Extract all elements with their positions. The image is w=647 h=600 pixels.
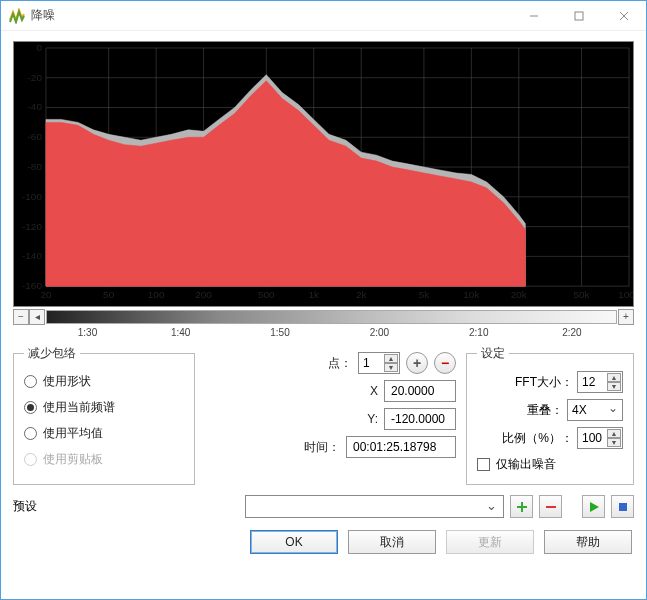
svg-text:200: 200 [195,289,212,300]
x-input[interactable] [384,380,456,402]
ratio-spinner[interactable]: 100 ▲▼ [577,427,623,449]
radio-label: 使用形状 [43,373,91,390]
point-up[interactable]: ▲ [384,354,398,363]
svg-text:2k: 2k [356,289,367,300]
radio-icon [24,427,37,440]
noise-reduction-dialog: 降噪 0-20-40-60-80-100-120-140-16020501002… [0,0,647,600]
settings-group: 设定 FFT大小： 12 ▲▼ 重叠： 4X 比例（%）： 100 [466,345,634,485]
preset-add-button[interactable] [510,495,533,518]
add-point-button[interactable]: + [406,352,428,374]
cancel-button[interactable]: 取消 [348,530,436,554]
svg-text:-120: -120 [22,221,42,232]
svg-text:-100: -100 [22,191,42,202]
svg-rect-48 [517,506,527,508]
timeline-tick: 1:40 [171,327,190,338]
timeline-tick: 2:20 [562,327,581,338]
titlebar: 降噪 [1,1,646,31]
timeline-tick: 1:50 [270,327,289,338]
svg-rect-1 [575,12,583,20]
timeline-tick: 1:30 [78,327,97,338]
point-label: 点： [304,355,352,372]
preview-stop-button[interactable] [611,495,634,518]
radio-icon [24,453,37,466]
y-input[interactable] [384,408,456,430]
point-spinner[interactable]: 1 ▲▼ [358,352,400,374]
time-input[interactable] [346,436,456,458]
svg-marker-50 [590,502,599,512]
minimize-button[interactable] [511,2,556,30]
overlap-label: 重叠： [477,402,563,419]
svg-text:-20: -20 [28,72,43,83]
spectrum-chart[interactable]: 0-20-40-60-80-100-120-140-16020501002005… [13,41,634,307]
window-title: 降噪 [31,7,55,24]
svg-text:500: 500 [258,289,275,300]
point-down[interactable]: ▼ [384,363,398,372]
svg-text:-80: -80 [28,161,43,172]
preset-label: 预设 [13,498,239,515]
radio-icon [24,401,37,414]
scroll-track[interactable] [46,310,617,324]
settings-legend: 设定 [477,345,509,362]
radio-label: 使用剪贴板 [43,451,103,468]
svg-text:50: 50 [103,289,115,300]
zoom-scrollbar[interactable]: − ◂ + [13,309,634,325]
svg-text:100k: 100k [618,289,633,300]
noise-only-label: 仅输出噪音 [496,456,556,473]
svg-text:10k: 10k [463,289,479,300]
svg-text:50k: 50k [574,289,590,300]
timeline-tick: 2:00 [370,327,389,338]
reduce-envelope-option-0[interactable]: 使用形状 [24,368,184,394]
time-label: 时间： [292,439,340,456]
svg-text:100: 100 [148,289,165,300]
svg-text:-60: -60 [28,131,43,142]
update-button[interactable]: 更新 [446,530,534,554]
noise-only-checkbox[interactable] [477,458,490,471]
preview-play-button[interactable] [582,495,605,518]
timeline-tick: 2:10 [469,327,488,338]
preset-delete-button[interactable] [539,495,562,518]
svg-text:20k: 20k [511,289,527,300]
overlap-combo[interactable]: 4X [567,399,623,421]
help-button[interactable]: 帮助 [544,530,632,554]
reduce-envelope-option-1[interactable]: 使用当前频谱 [24,394,184,420]
ratio-label: 比例（%）： [477,430,573,447]
zoom-out-button[interactable]: − [13,309,29,325]
x-label: X [330,384,378,398]
svg-rect-51 [619,503,627,511]
svg-text:5k: 5k [419,289,430,300]
reduce-envelope-option-3: 使用剪贴板 [24,446,184,472]
radio-label: 使用平均值 [43,425,103,442]
remove-point-button[interactable]: − [434,352,456,374]
fft-size-spinner[interactable]: 12 ▲▼ [577,371,623,393]
svg-rect-49 [546,506,556,508]
svg-text:20: 20 [40,289,52,300]
ok-button[interactable]: OK [250,530,338,554]
close-button[interactable] [601,2,646,30]
svg-text:0: 0 [36,42,42,53]
reduce-envelope-legend: 减少包络 [24,345,80,362]
svg-text:-140: -140 [22,250,42,261]
svg-text:1k: 1k [308,289,319,300]
zoom-in-button[interactable]: + [618,309,634,325]
reduce-envelope-group: 减少包络 使用形状使用当前频谱使用平均值使用剪贴板 [13,345,195,485]
preset-combo[interactable] [245,495,504,518]
reduce-envelope-option-2[interactable]: 使用平均值 [24,420,184,446]
radio-icon [24,375,37,388]
scroll-left-button[interactable]: ◂ [29,309,45,325]
y-label: Y: [330,412,378,426]
app-icon [9,8,25,24]
maximize-button[interactable] [556,2,601,30]
svg-text:-160: -160 [22,280,42,291]
radio-label: 使用当前频谱 [43,399,115,416]
svg-text:-40: -40 [28,102,43,113]
timeline-ruler: 1:301:401:502:002:102:20 [13,327,634,341]
point-info-group: 点： 1 ▲▼ + − X Y: 时间： [199,345,462,485]
fft-label: FFT大小： [477,374,573,391]
